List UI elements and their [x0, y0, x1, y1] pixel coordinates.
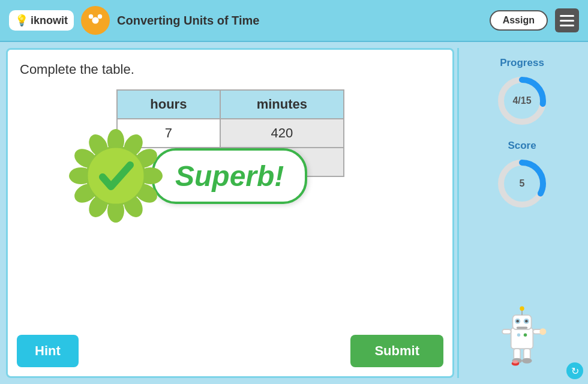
- header: 💡 iknowit Converting Units of Time Assig…: [0, 0, 588, 42]
- progress-value: 4/15: [512, 95, 531, 106]
- right-panel: Progress 4/15 Score 5: [462, 48, 582, 378]
- feedback-message: Superb!: [152, 148, 307, 204]
- submit-button[interactable]: Submit: [350, 335, 443, 367]
- menu-line-1: [560, 15, 574, 17]
- svg-point-36: [517, 333, 521, 337]
- assign-button[interactable]: Assign: [490, 10, 548, 31]
- logo: 💡 iknowit: [9, 10, 74, 31]
- menu-line-2: [560, 20, 574, 22]
- robot-container: [492, 303, 552, 369]
- svg-point-24: [516, 320, 519, 323]
- robot-icon: [492, 303, 552, 369]
- progress-label: Progress: [495, 57, 549, 69]
- svg-point-2: [98, 14, 102, 19]
- col-hours-header: hours: [117, 90, 221, 119]
- activity-icon: [81, 6, 110, 35]
- svg-point-1: [89, 14, 93, 19]
- logo-bulb-icon: 💡: [15, 14, 28, 27]
- question-text: Complete the table.: [20, 62, 440, 77]
- feedback-overlay: Superb!: [68, 128, 307, 224]
- table-header-row: hours minutes: [117, 90, 344, 119]
- page-title: Converting Units of Time: [117, 14, 482, 28]
- svg-point-25: [525, 320, 528, 323]
- panel-divider: [457, 48, 459, 378]
- badge: [68, 128, 164, 224]
- score-label: Score: [495, 140, 549, 152]
- svg-point-39: [512, 360, 518, 364]
- score-donut: 5: [495, 157, 549, 211]
- svg-rect-26: [517, 326, 527, 329]
- svg-point-28: [520, 307, 524, 311]
- badge-flower-icon: [68, 128, 164, 224]
- progress-section: Progress 4/15: [495, 57, 549, 128]
- svg-rect-20: [511, 328, 533, 349]
- col-minutes-header: minutes: [220, 90, 343, 119]
- svg-rect-29: [502, 329, 511, 334]
- activity-svg: [87, 12, 104, 29]
- bottom-bar: Hint Submit: [17, 335, 443, 367]
- score-value: 5: [520, 178, 525, 189]
- svg-point-0: [92, 17, 98, 23]
- score-section: Score 5: [495, 140, 549, 211]
- menu-line-3: [560, 25, 574, 26]
- svg-point-37: [524, 333, 527, 337]
- svg-point-35: [522, 358, 532, 364]
- refresh-button[interactable]: ↻: [566, 362, 583, 379]
- menu-button[interactable]: [555, 8, 579, 32]
- logo-text: iknowit: [31, 14, 68, 27]
- hint-button[interactable]: Hint: [17, 335, 79, 367]
- main-layout: Complete the table. hours minutes 7 420 …: [0, 42, 588, 384]
- left-panel: Complete the table. hours minutes 7 420 …: [6, 48, 454, 378]
- progress-donut: 4/15: [495, 74, 549, 128]
- svg-point-31: [539, 328, 546, 335]
